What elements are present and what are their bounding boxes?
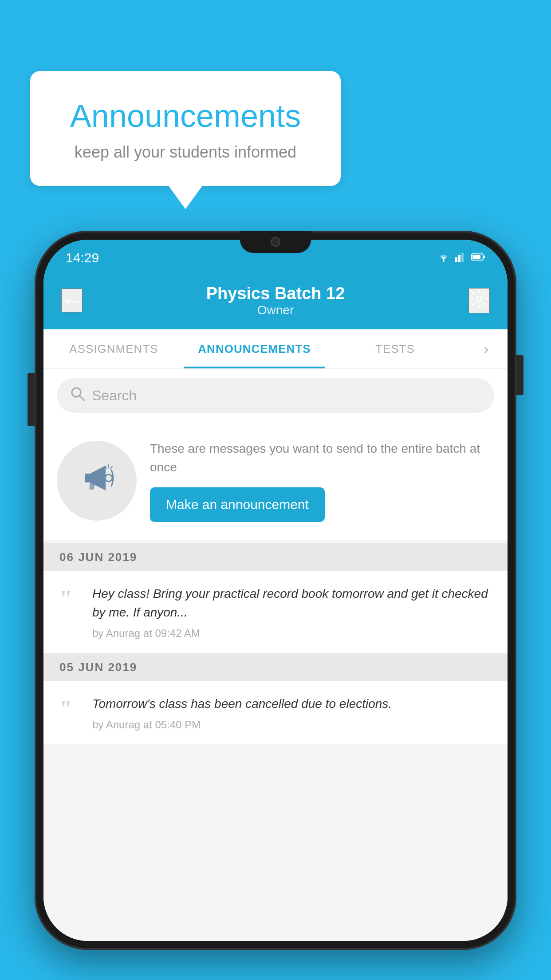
announcement-content-1: Hey class! Bring your practical record b… <box>92 585 494 640</box>
speech-bubble-title: Announcements <box>52 98 319 134</box>
announcement-text-1: Hey class! Bring your practical record b… <box>92 585 494 622</box>
tab-announcements[interactable]: ANNOUNCEMENTS <box>184 329 325 368</box>
svg-rect-2 <box>458 255 460 262</box>
tab-more[interactable]: › <box>465 329 508 368</box>
header-center: Physics Batch 12 Owner <box>206 284 345 317</box>
announcement-item-1[interactable]: " Hey class! Bring your practical record… <box>43 571 508 653</box>
date-divider-2: 05 JUN 2019 <box>43 653 508 681</box>
svg-rect-3 <box>461 253 464 262</box>
tabs-bar: ASSIGNMENTS ANNOUNCEMENTS TESTS › <box>43 329 508 369</box>
svg-point-0 <box>443 260 445 262</box>
speech-bubble: Announcements keep all your students inf… <box>30 71 341 186</box>
camera <box>271 237 280 247</box>
speech-bubble-subtitle: keep all your students informed <box>52 143 319 162</box>
back-button[interactable]: ← <box>61 288 83 312</box>
svg-rect-5 <box>483 256 485 258</box>
announcement-text-2: Tomorrow's class has been cancelled due … <box>92 695 494 713</box>
svg-line-9 <box>80 396 84 400</box>
phone-outer: 14:29 <box>35 231 516 950</box>
svg-point-10 <box>105 474 112 482</box>
quote-icon: " <box>59 587 82 640</box>
settings-button[interactable] <box>468 288 490 313</box>
tab-assignments[interactable]: ASSIGNMENTS <box>43 329 184 368</box>
search-bar[interactable]: Search <box>57 378 494 413</box>
phone-screen: 14:29 <box>43 240 508 941</box>
signal-icon <box>455 252 466 264</box>
content-area: Search <box>43 369 508 941</box>
header-subtitle: Owner <box>206 303 345 317</box>
tab-tests[interactable]: TESTS <box>325 329 465 368</box>
search-container: Search <box>43 369 508 422</box>
promo-right: These are messages you want to send to t… <box>150 439 494 522</box>
announcement-promo: These are messages you want to send to t… <box>43 422 508 540</box>
svg-line-12 <box>110 466 112 468</box>
phone-notch <box>240 231 311 253</box>
battery-icon <box>471 253 485 263</box>
svg-rect-6 <box>472 255 480 259</box>
svg-rect-1 <box>455 257 457 262</box>
announcement-meta-2: by Anurag at 05:40 PM <box>92 719 494 731</box>
search-icon <box>70 386 85 405</box>
date-divider-1: 06 JUN 2019 <box>43 543 508 571</box>
announcement-item-2[interactable]: " Tomorrow's class has been cancelled du… <box>43 681 508 745</box>
promo-icon-circle <box>57 441 137 521</box>
speech-bubble-container: Announcements keep all your students inf… <box>30 71 341 186</box>
header-title: Physics Batch 12 <box>206 284 345 303</box>
quote-icon-2: " <box>59 697 82 731</box>
make-announcement-button[interactable]: Make an announcement <box>150 487 325 522</box>
app-header: ← Physics Batch 12 Owner <box>43 272 508 329</box>
status-time: 14:29 <box>66 250 99 265</box>
wifi-icon <box>437 252 450 264</box>
search-placeholder: Search <box>92 387 137 404</box>
announcement-meta-1: by Anurag at 09:42 AM <box>92 627 494 640</box>
announcement-content-2: Tomorrow's class has been cancelled due … <box>92 695 494 731</box>
svg-point-7 <box>476 296 482 301</box>
phone-mockup: 14:29 <box>35 231 516 950</box>
promo-description: These are messages you want to send to t… <box>150 439 494 477</box>
megaphone-icon <box>77 457 117 505</box>
status-icons <box>437 252 485 264</box>
